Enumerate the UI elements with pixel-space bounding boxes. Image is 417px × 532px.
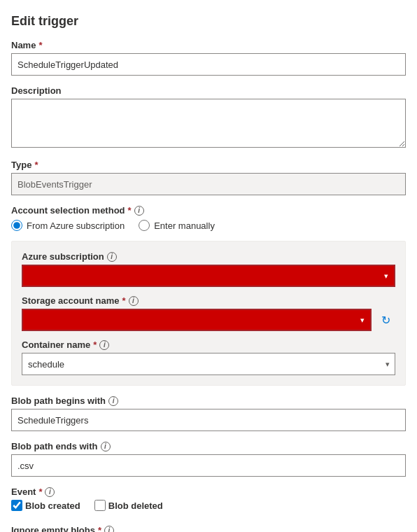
account-selection-label: Account selection method * i [11,205,406,216]
azure-subscription-chevron: ▾ [384,272,388,281]
storage-account-field-group: Storage account name * i ▾ ↻ [22,295,395,331]
ignore-empty-label: Ignore empty blobs * i [11,525,406,532]
event-label: Event * i [11,486,406,497]
storage-account-select[interactable]: ▾ [22,309,372,331]
event-required: * [38,486,42,497]
account-selection-radio-group: From Azure subscription Enter manually [11,220,406,231]
container-label: Container name * i [22,340,395,350]
blob-path-begins-input[interactable] [11,409,406,431]
ignore-empty-info-icon[interactable]: i [104,526,114,533]
azure-subscription-fill[interactable]: ▾ [22,265,395,287]
event-field-group: Event * i Blob created Blob deleted [11,486,406,515]
blob-path-ends-label: Blob path ends with i [11,441,406,451]
storage-account-label: Storage account name * i [22,295,395,306]
container-select-wrapper: schedule ▾ [22,353,395,375]
storage-account-refresh-button[interactable]: ↻ [376,310,395,330]
container-required: * [93,340,97,350]
blob-deleted-label: Blob deleted [108,500,163,511]
azure-subscription-field-group: Azure subscription i ▾ [22,251,395,287]
account-selection-field-group: Account selection method * i From Azure … [11,205,406,231]
blob-created-label: Blob created [25,500,80,511]
name-input[interactable] [11,53,406,76]
description-input[interactable] [11,99,406,148]
description-label: Description [11,85,406,96]
storage-account-required: * [122,295,125,306]
name-field-group: Name * [11,40,406,76]
ignore-empty-field-group: Ignore empty blobs * i Yes No [11,525,406,532]
account-selection-required: * [128,205,132,216]
container-select[interactable]: schedule [22,353,395,375]
radio-enter-manually-label: Enter manually [154,220,215,231]
blob-path-ends-field-group: Blob path ends with i [11,441,406,477]
blob-created-checkbox[interactable] [11,500,22,511]
type-value-display: BlobEventsTrigger [11,173,406,195]
name-required: * [38,40,42,50]
azure-subscription-info-icon[interactable]: i [107,252,117,262]
blob-path-begins-info-icon[interactable]: i [108,396,118,406]
blob-path-ends-info-icon[interactable]: i [101,442,111,451]
storage-account-fill[interactable]: ▾ [22,309,372,331]
container-info-icon[interactable]: i [99,340,109,350]
name-label: Name * [11,40,406,50]
blob-created-checkbox-item[interactable]: Blob created [11,500,80,511]
page-title: Edit trigger [11,14,406,29]
event-checkbox-group: Blob created Blob deleted [11,500,406,515]
radio-enter-manually-input[interactable] [139,220,150,231]
storage-account-info-icon[interactable]: i [129,296,139,306]
type-field-group: Type * BlobEventsTrigger [11,160,406,195]
azure-subscription-wrapper: ▾ [22,265,395,287]
storage-account-wrapper: ▾ ↻ [22,309,395,331]
type-required: * [34,160,38,170]
container-field-group: Container name * i schedule ▾ [22,340,395,375]
blob-deleted-checkbox-item[interactable]: Blob deleted [94,500,163,511]
radio-enter-manually[interactable]: Enter manually [139,220,215,231]
event-info-icon[interactable]: i [45,487,55,497]
account-selection-info-icon[interactable]: i [134,206,144,216]
ignore-empty-required: * [98,525,101,532]
blob-path-begins-label: Blob path begins with i [11,396,406,406]
description-field-group: Description [11,85,406,150]
azure-subscription-label: Azure subscription i [22,251,395,262]
radio-from-azure-label: From Azure subscription [27,220,125,231]
blob-path-ends-input[interactable] [11,454,406,477]
radio-from-azure-input[interactable] [11,220,22,231]
blob-path-begins-field-group: Blob path begins with i [11,396,406,431]
azure-subscription-select[interactable]: ▾ [22,265,395,287]
radio-from-azure[interactable]: From Azure subscription [11,220,125,231]
type-label: Type * [11,160,406,170]
blob-deleted-checkbox[interactable] [94,500,106,511]
azure-subsection: Azure subscription i ▾ Storage account n… [11,241,406,386]
storage-account-chevron: ▾ [360,316,365,325]
